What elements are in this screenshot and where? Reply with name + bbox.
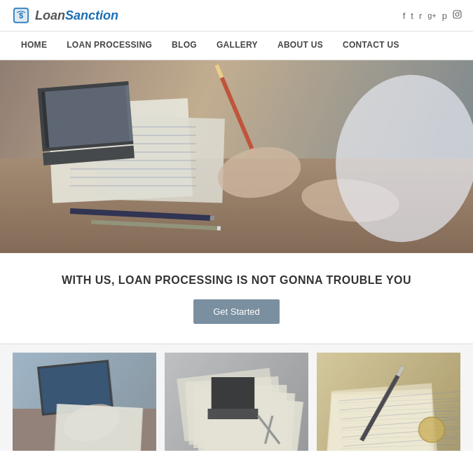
gallery-item-1: [13, 353, 156, 451]
logo-icon: $: [11, 6, 31, 25]
svg-point-4: [455, 13, 459, 16]
social-icons-group: f t r g+ p: [403, 10, 462, 21]
nav-item-loan-processing[interactable]: LOAN PROCESSING: [57, 32, 162, 60]
nav-item-about-us[interactable]: ABOUT US: [268, 32, 333, 60]
twitter-icon[interactable]: t: [411, 11, 413, 21]
logo-text: LoanSanction: [35, 8, 118, 23]
hero-canvas: [0, 60, 473, 253]
cta-title: WITH US, LOAN PROCESSING IS NOT GONNA TR…: [14, 274, 459, 287]
gallery-canvas-1: [13, 353, 156, 451]
svg-point-5: [459, 11, 460, 12]
gallery-item-2: [165, 353, 308, 451]
logo[interactable]: $ LoanSanction: [11, 6, 118, 25]
rss-icon[interactable]: r: [419, 11, 422, 21]
gallery-section: [0, 344, 473, 451]
nav-item-gallery[interactable]: GALLERY: [207, 32, 268, 60]
gallery-canvas-2: [165, 353, 308, 451]
nav-item-home[interactable]: HOME: [11, 32, 57, 60]
cta-section: WITH US, LOAN PROCESSING IS NOT GONNA TR…: [0, 253, 473, 344]
nav-item-blog[interactable]: BLOG: [162, 32, 207, 60]
googleplus-icon[interactable]: g+: [427, 11, 437, 20]
pinterest-icon[interactable]: p: [442, 11, 447, 21]
svg-rect-3: [453, 11, 461, 18]
gallery-canvas-3: [317, 353, 460, 451]
site-header: $ LoanSanction f t r g+ p: [0, 0, 473, 32]
facebook-icon[interactable]: f: [403, 11, 406, 21]
svg-text:$: $: [19, 11, 23, 20]
main-nav: HOME LOAN PROCESSING BLOG GALLERY ABOUT …: [0, 32, 473, 60]
gallery-item-3: [317, 353, 460, 451]
instagram-icon[interactable]: [453, 10, 462, 21]
hero-image: [0, 60, 473, 253]
get-started-button[interactable]: Get Started: [193, 299, 279, 324]
nav-item-contact-us[interactable]: CONTACT US: [333, 32, 409, 60]
